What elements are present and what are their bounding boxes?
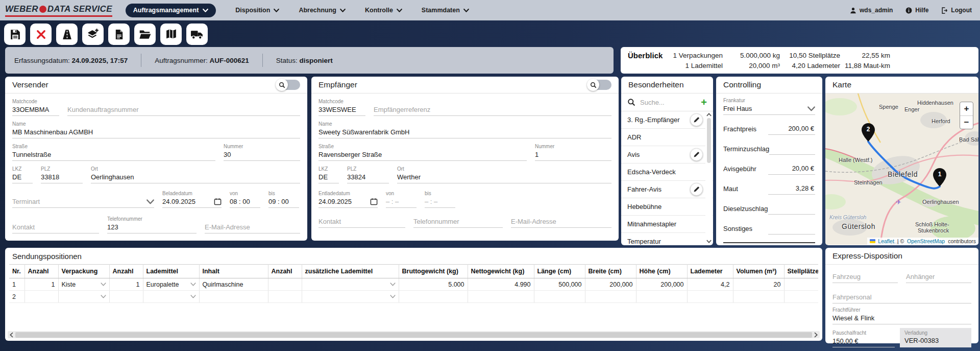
nav-item-disposition[interactable]: Disposition <box>235 7 279 14</box>
position-cell[interactable] <box>268 291 302 303</box>
route-marker-1[interactable]: 1 <box>933 168 947 186</box>
position-cell[interactable]: 200,000 <box>636 278 687 291</box>
telefonnummer-field[interactable]: Telefonnummer <box>413 216 503 228</box>
scroll-right-button[interactable] <box>812 331 820 338</box>
position-cell[interactable]: Kiste <box>58 278 109 291</box>
controlling-value-field[interactable] <box>768 203 815 215</box>
zoom-in-button[interactable]: + <box>960 102 973 115</box>
kundenauftragsnummer-field[interactable]: Kundenauftragsnummer <box>67 104 300 116</box>
position-cell[interactable] <box>143 291 199 303</box>
edit-besonderheit-button[interactable] <box>690 183 703 196</box>
entladedatum-field[interactable]: Entladedatum 24.09.2025 <box>318 191 378 208</box>
terminart-select[interactable]: Terminart <box>12 196 154 208</box>
besonderheit-item[interactable]: 3. Rg.-Empfänger <box>621 111 713 129</box>
lkz-field[interactable]: LKZ DE <box>12 166 33 183</box>
verladung-field[interactable]: Verladung VER-00383 <box>900 328 971 347</box>
empfaengerreferenz-field[interactable]: Empfängerreferenz <box>374 104 611 116</box>
folder-open-button[interactable] <box>134 24 156 45</box>
position-cell[interactable] <box>534 291 585 303</box>
position-cell[interactable] <box>784 291 818 303</box>
cancel-button[interactable] <box>30 24 52 45</box>
position-cell[interactable] <box>399 291 468 303</box>
besonderheiten-search[interactable]: Suche... + <box>621 93 713 111</box>
position-cell[interactable]: 1 <box>109 278 143 291</box>
position-cell[interactable]: 20 <box>733 278 784 291</box>
scroll-left-button[interactable] <box>8 331 15 338</box>
besonderheit-item[interactable]: Edscha-Verdeck <box>621 163 713 181</box>
controlling-value-field[interactable]: 3,28 € <box>768 183 815 195</box>
nav-item-abrechnung[interactable]: Abrechnung <box>299 7 346 14</box>
position-cell[interactable] <box>733 291 784 303</box>
zoom-out-button[interactable]: − <box>960 115 973 129</box>
pauschalfracht-field[interactable]: Pauschalfracht 150,00 € <box>832 330 895 347</box>
frachtfuehrer-field[interactable]: Frachtführer Wiesel & Flink <box>832 307 971 324</box>
matchcode-field[interactable]: Matchcode 33WESWEE <box>318 99 365 116</box>
matchcode-field[interactable]: Matchcode 33OEMBMA <box>12 99 59 116</box>
position-cell[interactable] <box>302 278 399 291</box>
telefonnummer-field[interactable]: Telefonnummer 123 <box>107 216 197 233</box>
position-cell[interactable]: 500,000 <box>534 278 585 291</box>
map-canvas[interactable]: SpengeEngerHiddenhausenHerfordBad Salzuf… <box>825 93 978 245</box>
help-button[interactable]: Hilfe <box>905 7 928 14</box>
ort-field[interactable]: Ort Oerlinghausen <box>91 166 300 183</box>
fahrzeug-field[interactable]: Fahrzeug <box>832 271 898 283</box>
position-cell[interactable] <box>109 291 143 303</box>
besonderheit-item[interactable]: Fahrer-Avis <box>621 181 713 198</box>
nav-item-kontrolle[interactable]: Kontrolle <box>365 7 402 14</box>
position-cell[interactable] <box>58 291 109 303</box>
scrollbar-thumb[interactable] <box>707 118 711 163</box>
layers-add-button[interactable] <box>82 24 104 45</box>
frankatur-select[interactable]: Frankatur Frei Haus <box>723 98 815 115</box>
controlling-value-field[interactable] <box>769 144 815 155</box>
ort-field[interactable]: Ort Werther <box>397 166 611 183</box>
position-cell[interactable] <box>302 291 399 303</box>
position-cell[interactable] <box>687 291 733 303</box>
email-field[interactable]: E-Mail-Adresse <box>511 216 611 228</box>
controlling-value-field[interactable]: 200,00 € <box>768 124 815 135</box>
position-cell[interactable]: 5.000 <box>399 278 468 291</box>
position-cell[interactable] <box>784 278 818 291</box>
truck-button[interactable] <box>186 24 208 45</box>
versender-search-toggle[interactable] <box>277 80 300 90</box>
leaflet-link[interactable]: Leaflet <box>878 238 894 244</box>
nummer-field[interactable]: Nummer 1 <box>535 144 611 161</box>
empfaenger-search-toggle[interactable] <box>588 80 611 90</box>
plz-field[interactable]: PLZ 33818 <box>41 166 83 183</box>
position-cell[interactable]: 200,000 <box>585 278 636 291</box>
position-cell[interactable]: Europalette <box>143 278 199 291</box>
email-field[interactable]: E-Mail-Adresse <box>205 222 300 233</box>
search-input[interactable]: Suche... <box>640 99 696 106</box>
document-button[interactable] <box>108 24 130 45</box>
nav-item-auftragsmanagement[interactable]: Auftragsmanagement <box>126 4 216 17</box>
scrollbar-thumb[interactable] <box>15 332 812 338</box>
position-cell[interactable] <box>268 278 302 291</box>
besonderheit-item[interactable]: Avis <box>621 146 713 163</box>
position-cell[interactable]: 4.990 <box>468 278 534 291</box>
controlling-value-field[interactable]: 20,00 € <box>768 163 815 175</box>
von-field[interactable]: von 08 : 00 <box>230 191 260 208</box>
anhaenger-field[interactable]: Anhänger <box>906 271 971 283</box>
nummer-field[interactable]: Nummer 30 <box>224 144 300 161</box>
position-cell[interactable]: 1 <box>24 278 58 291</box>
add-besonderheit-button[interactable]: + <box>701 97 707 107</box>
kontakt-field[interactable]: Kontakt <box>12 222 99 233</box>
strasse-field[interactable]: Straße Ravensberger Straße <box>318 144 527 161</box>
user-menu[interactable]: wds_admin <box>849 7 893 14</box>
besonderheit-item[interactable]: Hebebühne <box>621 198 713 216</box>
position-cell[interactable] <box>199 291 268 303</box>
nav-item-stammdaten[interactable]: Stammdaten <box>422 7 469 14</box>
horizontal-scrollbar[interactable] <box>8 331 820 338</box>
edit-besonderheit-button[interactable] <box>690 113 703 126</box>
openstreetmap-link[interactable]: OpenStreetMap <box>907 238 945 244</box>
position-cell[interactable]: Quirlmaschine <box>199 278 268 291</box>
chevron-up-icon[interactable] <box>706 113 712 116</box>
name-field[interactable]: Name Sweety Süßwarenfabrik GmbH <box>318 121 611 138</box>
fahrpersonal-field[interactable]: Fahrpersonal <box>832 292 971 303</box>
chevron-down-icon[interactable] <box>706 240 712 243</box>
vertical-scrollbar[interactable] <box>705 111 713 245</box>
position-cell[interactable] <box>636 291 687 303</box>
bis-field[interactable]: bis 09 : 00 <box>268 191 299 208</box>
name-field[interactable]: Name MB Maschinenbau AGMBH <box>12 121 300 138</box>
bis-field[interactable]: bis – : – <box>425 191 455 208</box>
edit-besonderheit-button[interactable] <box>690 148 703 161</box>
